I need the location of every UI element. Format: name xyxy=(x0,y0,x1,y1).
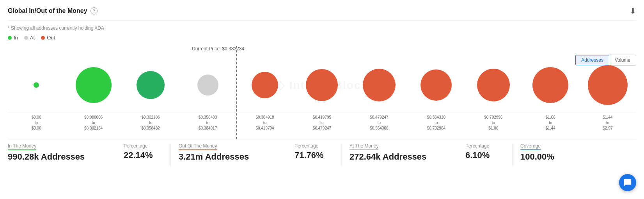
at-money-addresses: 272.64k Addresses xyxy=(349,152,465,162)
legend-dot-at xyxy=(24,36,28,40)
bubble-8 xyxy=(477,69,510,101)
percentage-label-out: Percentage xyxy=(295,143,318,149)
bubble-3 xyxy=(197,75,218,96)
bubble-col-6 xyxy=(351,58,408,112)
range-label-8: $0.702996 to $1.06 xyxy=(465,115,522,131)
stat-coverage: Coverage 100.00% xyxy=(520,143,636,162)
at-money-label: At The Money xyxy=(349,143,378,150)
legend-in: In xyxy=(8,35,18,41)
out-money-percentage: 71.76% xyxy=(295,150,334,160)
subtitle: * Showing all addresses currently holdin… xyxy=(8,25,636,31)
stat-at-money: At The Money 272.64k Addresses xyxy=(349,143,465,162)
bubble-col-10 xyxy=(579,58,636,112)
range-label-0: $0.00 to $0.00 xyxy=(8,115,65,131)
bubble-6 xyxy=(363,69,396,101)
at-money-percentage: 6.10% xyxy=(465,150,504,160)
in-money-percentage: 22.14% xyxy=(124,150,163,160)
bubble-4 xyxy=(252,72,278,98)
coverage-label: Coverage xyxy=(520,143,541,150)
percentage-label-in: Percentage xyxy=(124,143,147,149)
coverage-value: 100.00% xyxy=(520,152,636,162)
bubble-2 xyxy=(137,71,165,99)
bubble-col-8 xyxy=(465,58,522,112)
range-label-1: $0.000006 to $0.302184 xyxy=(65,115,122,131)
bubble-1 xyxy=(76,67,112,103)
download-icon[interactable]: ⬇ xyxy=(630,6,636,16)
stat-out-money-pct: Percentage 71.76% xyxy=(295,143,334,160)
chat-button[interactable] xyxy=(619,174,636,191)
in-money-addresses: 990.28k Addresses xyxy=(8,152,124,162)
legend-label-out: Out xyxy=(47,35,55,41)
bubble-col-7 xyxy=(408,58,465,112)
stat-in-money-pct: Percentage 22.14% xyxy=(124,143,163,160)
stat-out-money: Out Of The Money 3.21m Addresses xyxy=(179,143,295,162)
legend-at: At xyxy=(24,35,35,41)
bubble-0 xyxy=(34,82,39,88)
bubble-7 xyxy=(420,69,452,101)
range-label-2: $0.302186 to $0.358482 xyxy=(122,115,179,131)
chart-area: Current Price: $0.383234 ◇ IntoTheBlock xyxy=(8,46,636,131)
in-money-label: In The Money xyxy=(8,143,36,150)
bubble-col-2 xyxy=(122,58,179,112)
range-label-4: $0.384918 to $0.419794 xyxy=(236,115,293,131)
bubble-col-5 xyxy=(293,58,350,112)
bubble-col-1 xyxy=(65,58,122,112)
out-money-label: Out Of The Money xyxy=(179,143,217,150)
legend-label-in: In xyxy=(14,35,18,41)
help-icon[interactable]: ? xyxy=(90,7,98,14)
legend-dot-out xyxy=(41,36,45,40)
range-label-9: $1.06 to $1.44 xyxy=(522,115,579,131)
range-label-7: $0.564310 to $0.702984 xyxy=(408,115,465,131)
bubbles-row: ◇ IntoTheBlock xyxy=(8,58,636,112)
range-label-5: $0.419795 to $0.479247 xyxy=(293,115,350,131)
page-title: Global In/Out of the Money xyxy=(8,7,87,14)
divider-2 xyxy=(341,143,342,167)
range-labels-row: $0.00 to $0.00 $0.000006 to $0.302184 $0… xyxy=(8,115,636,131)
legend-dot-in xyxy=(8,36,12,40)
bubble-col-9 xyxy=(522,58,579,112)
out-money-addresses: 3.21m Addresses xyxy=(179,152,295,162)
range-label-10: $1.44 to $2.97 xyxy=(579,115,636,131)
bubble-5 xyxy=(306,69,338,101)
bubble-col-0 xyxy=(8,58,65,112)
bubble-col-4 xyxy=(236,58,293,112)
legend-label-at: At xyxy=(30,35,35,41)
bubble-col-3 xyxy=(179,58,236,112)
percentage-label-at: Percentage xyxy=(465,143,489,149)
chat-icon xyxy=(623,178,632,187)
legend-out: Out xyxy=(41,35,55,41)
stats-row: In The Money 990.28k Addresses Percentag… xyxy=(8,139,636,167)
stat-in-money: In The Money 990.28k Addresses xyxy=(8,143,124,162)
range-label-3: $0.358483 to $0.384917 xyxy=(179,115,236,131)
divider-3 xyxy=(512,143,513,167)
range-label-6: $0.479247 to $0.564306 xyxy=(351,115,408,131)
bubble-10 xyxy=(588,65,628,105)
bubble-9 xyxy=(532,67,568,103)
stat-at-money-pct: Percentage 6.10% xyxy=(465,143,504,160)
divider-1 xyxy=(170,143,171,167)
legend: In At Out xyxy=(8,35,636,41)
